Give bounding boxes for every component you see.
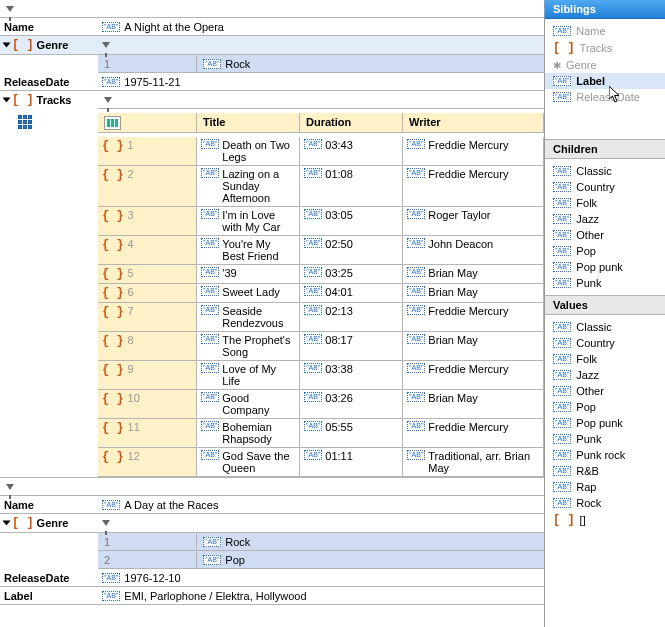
track-writer[interactable]: Freddie Mercury [428,421,508,433]
column-title[interactable]: Title [197,113,300,132]
children-list[interactable]: "AB"Classic"AB"Country"AB"Folk"AB"Jazz"A… [545,159,665,295]
child-item[interactable]: "AB"Other [545,227,665,243]
track-duration[interactable]: 03:38 [325,363,353,375]
sibling-item[interactable]: ✱Genre [545,57,665,73]
value-item[interactable]: "AB"Jazz [545,367,665,383]
track-writer[interactable]: Freddie Mercury [428,305,508,317]
track-title[interactable]: Sweet Lady [222,286,279,298]
track-duration[interactable]: 04:01 [325,286,353,298]
genre-value[interactable]: Pop [225,554,245,566]
track-writer[interactable]: Freddie Mercury [428,168,508,180]
genre-item[interactable]: 2"AB"Pop [98,551,544,569]
track-duration[interactable]: 02:13 [325,305,353,317]
name-row[interactable]: Name "AB"A Night at the Opera [0,18,544,36]
track-title[interactable]: The Prophet's Song [222,334,295,358]
track-row[interactable]: { }11"AB"Bohemian Rhapsody"AB"05:55"AB"F… [98,419,544,448]
filter-row[interactable] [0,0,544,18]
sibling-item[interactable]: "AB"Name [545,23,665,39]
value-item[interactable]: "AB"Rock [545,495,665,511]
track-title[interactable]: Lazing on a Sunday Afternoon [222,168,295,204]
filter-icon[interactable] [102,42,110,48]
genre-row[interactable]: [ ]Genre [0,36,544,55]
track-row[interactable]: { }8"AB"The Prophet's Song"AB"08:17"AB"B… [98,332,544,361]
value-item[interactable]: "AB"Folk [545,351,665,367]
value-item[interactable]: "AB"Classic [545,319,665,335]
genre-value[interactable]: Rock [225,58,250,70]
releasedate-value[interactable]: 1976-12-10 [124,572,180,584]
name-value[interactable]: A Night at the Opera [124,21,224,33]
label-value[interactable]: EMI, Parlophone / Elektra, Hollywood [124,590,306,602]
track-title[interactable]: God Save the Queen [222,450,295,474]
child-item[interactable]: "AB"Country [545,179,665,195]
value-item[interactable]: "AB"Punk [545,431,665,447]
track-row[interactable]: { }5"AB"'39"AB"03:25"AB"Brian May [98,265,544,284]
value-item-array[interactable]: [ ][] [545,511,665,529]
track-duration[interactable]: 03:43 [325,139,353,151]
value-item[interactable]: "AB"Pop [545,399,665,415]
track-duration[interactable]: 03:05 [325,209,353,221]
track-row[interactable]: { }3"AB"I'm in Love with My Car"AB"03:05… [98,207,544,236]
column-duration[interactable]: Duration [300,113,403,132]
track-duration[interactable]: 01:11 [325,450,353,462]
track-title[interactable]: I'm in Love with My Car [222,209,295,233]
value-item[interactable]: "AB"Country [545,335,665,351]
track-row[interactable]: { }6"AB"Sweet Lady"AB"04:01"AB"Brian May [98,284,544,303]
track-writer[interactable]: Roger Taylor [428,209,490,221]
child-item[interactable]: "AB"Classic [545,163,665,179]
track-row[interactable]: { }2"AB"Lazing on a Sunday Afternoon"AB"… [98,166,544,207]
releasedate-row[interactable]: ReleaseDate "AB"1976-12-10 [0,569,544,587]
track-writer[interactable]: Brian May [428,286,478,298]
releasedate-value[interactable]: 1975-11-21 [124,76,180,88]
filter-icon[interactable] [104,97,112,103]
child-item[interactable]: "AB"Pop punk [545,259,665,275]
track-title[interactable]: Death on Two Legs [222,139,295,163]
track-duration[interactable]: 03:26 [325,392,353,404]
label-row[interactable]: Label "AB"EMI, Parlophone / Elektra, Hol… [0,587,544,605]
table-view-icon[interactable] [18,115,32,129]
genre-value[interactable]: Rock [225,536,250,548]
name-value[interactable]: A Day at the Races [124,499,218,511]
track-duration[interactable]: 08:17 [325,334,353,346]
child-item[interactable]: "AB"Jazz [545,211,665,227]
track-duration[interactable]: 02:50 [325,238,353,250]
track-title[interactable]: Good Company [222,392,295,416]
collapse-toggle-icon[interactable] [3,43,11,48]
genre-row[interactable]: [ ]Genre [0,514,544,533]
filter-icon[interactable] [102,520,110,526]
track-title[interactable]: Bohemian Rhapsody [222,421,295,445]
track-writer[interactable]: Brian May [428,392,478,404]
child-item[interactable]: "AB"Pop [545,243,665,259]
track-duration[interactable]: 03:25 [325,267,353,279]
child-item[interactable]: "AB"Punk [545,275,665,291]
collapse-toggle-icon[interactable] [3,521,11,526]
track-writer[interactable]: Brian May [428,267,478,279]
track-title[interactable]: '39 [222,267,236,279]
track-duration[interactable]: 05:55 [325,421,353,433]
column-writer[interactable]: Writer [403,113,544,132]
value-item[interactable]: "AB"Punk rock [545,447,665,463]
track-row[interactable]: { }12"AB"God Save the Queen"AB"01:11"AB"… [98,448,544,477]
name-row[interactable]: Name "AB"A Day at the Races [0,496,544,514]
track-duration[interactable]: 01:08 [325,168,353,180]
values-list[interactable]: "AB"Classic"AB"Country"AB"Folk"AB"Jazz"A… [545,315,665,627]
track-writer[interactable]: Brian May [428,334,478,346]
track-row[interactable]: { }7"AB"Seaside Rendezvous"AB"02:13"AB"F… [98,303,544,332]
track-writer[interactable]: Traditional, arr. Brian May [428,450,539,474]
column-switch-icon[interactable] [104,116,121,130]
track-row[interactable]: { }10"AB"Good Company"AB"03:26"AB"Brian … [98,390,544,419]
editor-pane[interactable]: Name "AB"A Night at the Opera [ ]Genre 1… [0,0,545,627]
track-title[interactable]: Seaside Rendezvous [222,305,295,329]
track-row[interactable]: { }9"AB"Love of My Life"AB"03:38"AB"Fred… [98,361,544,390]
track-row[interactable]: { }4"AB"You're My Best Friend"AB"02:50"A… [98,236,544,265]
sibling-item[interactable]: "AB"Label [545,73,665,89]
value-item[interactable]: "AB"R&B [545,463,665,479]
value-item[interactable]: "AB"Rap [545,479,665,495]
filter-row[interactable] [0,478,544,496]
child-item[interactable]: "AB"Folk [545,195,665,211]
track-title[interactable]: Love of My Life [222,363,295,387]
genre-item[interactable]: 1"AB"Rock [98,533,544,551]
sibling-item[interactable]: [ ]Tracks [545,39,665,57]
track-writer[interactable]: John Deacon [428,238,493,250]
track-writer[interactable]: Freddie Mercury [428,363,508,375]
track-row[interactable]: { }1"AB"Death on Two Legs"AB"03:43"AB"Fr… [98,137,544,166]
